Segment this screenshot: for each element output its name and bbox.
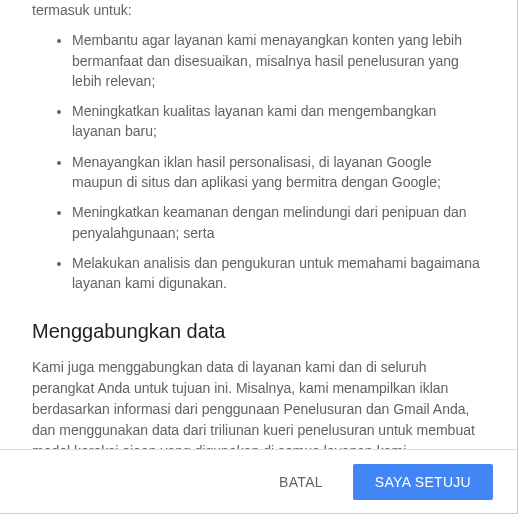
section-body-combining-data: Kami juga menggabungkan data di layanan … — [32, 357, 485, 449]
section-title-combining-data: Menggabungkan data — [32, 320, 485, 343]
list-item: Melakukan analisis dan pengukuran untuk … — [72, 253, 485, 294]
purpose-list: Membantu agar layanan kami menayangkan k… — [32, 30, 485, 293]
list-item: Meningkatkan keamanan dengan melindungi … — [72, 202, 485, 243]
terms-scroll-area[interactable]: termasuk untuk: Membantu agar layanan ka… — [0, 0, 517, 449]
agree-button[interactable]: SAYA SETUJU — [353, 464, 493, 500]
cancel-button[interactable]: BATAL — [257, 464, 345, 500]
list-item: Menayangkan iklan hasil personalisasi, d… — [72, 152, 485, 193]
terms-dialog: termasuk untuk: Membantu agar layanan ka… — [0, 0, 518, 514]
intro-fragment: termasuk untuk: — [32, 0, 485, 20]
list-item: Meningkatkan kualitas layanan kami dan m… — [72, 101, 485, 142]
dialog-footer: BATAL SAYA SETUJU — [0, 449, 517, 513]
list-item: Membantu agar layanan kami menayangkan k… — [72, 30, 485, 91]
